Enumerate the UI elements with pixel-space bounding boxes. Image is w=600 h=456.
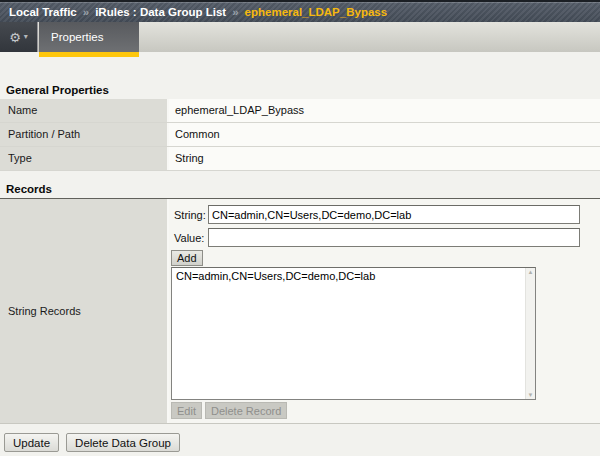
string-field-row: String:: [174, 205, 580, 224]
row-label-type: Type: [0, 147, 169, 170]
gear-icon: ⚙: [9, 31, 21, 44]
general-properties-table: Name ephemeral_LDAP_Bypass Partition / P…: [0, 99, 600, 171]
listbox-scrollbar[interactable]: ▲ ▼: [525, 268, 535, 399]
delete-record-button[interactable]: Delete Record: [205, 402, 287, 419]
scroll-up-icon[interactable]: ▲: [528, 269, 534, 275]
breadcrumb-separator: »: [232, 6, 238, 18]
gear-menu-button[interactable]: ⚙ ▾: [0, 22, 38, 52]
tab-properties[interactable]: Properties: [39, 22, 139, 57]
section-title-records: Records: [0, 183, 600, 200]
breadcrumb-item-irules-data-group-list[interactable]: iRules : Data Group List: [95, 6, 226, 18]
add-button[interactable]: Add: [171, 250, 203, 266]
row-label-name: Name: [0, 99, 169, 122]
breadcrumb-item-local-traffic[interactable]: Local Traffic: [9, 6, 77, 18]
delete-data-group-button[interactable]: Delete Data Group: [66, 433, 180, 452]
value-field-label: Value:: [174, 232, 208, 244]
breadcrumb-separator: »: [83, 6, 89, 18]
chevron-down-icon: ▾: [24, 33, 28, 41]
value-field-row: Value:: [174, 228, 580, 247]
breadcrumb: Local Traffic » iRules : Data Group List…: [0, 0, 600, 22]
string-records-label: String Records: [0, 199, 169, 423]
records-table: String Records String: Value: Add CN=adm…: [0, 199, 600, 424]
value-input[interactable]: [208, 228, 580, 247]
breadcrumb-item-current: ephemeral_LDAP_Bypass: [245, 6, 388, 18]
data-group-properties-page: Local Traffic » iRules : Data Group List…: [0, 0, 600, 456]
string-records-listbox[interactable]: CN=admin,CN=Users,DC=demo,DC=lab ▲ ▼: [171, 267, 536, 400]
table-row: Name ephemeral_LDAP_Bypass: [0, 99, 600, 123]
row-value-partition-path: Common: [169, 123, 600, 146]
record-actions: Edit Delete Record: [171, 402, 287, 419]
list-item[interactable]: CN=admin,CN=Users,DC=demo,DC=lab: [172, 268, 535, 284]
scroll-down-icon[interactable]: ▼: [528, 392, 534, 398]
row-value-type: String: [169, 147, 600, 170]
records-editor: String: Value: Add CN=admin,CN=Users,DC=…: [169, 199, 600, 423]
row-value-name: ephemeral_LDAP_Bypass: [169, 99, 600, 122]
tab-properties-label: Properties: [51, 31, 103, 43]
update-button[interactable]: Update: [4, 433, 59, 452]
table-row: Type String: [0, 147, 600, 171]
edit-button[interactable]: Edit: [171, 402, 202, 419]
string-input[interactable]: [208, 205, 580, 224]
row-label-partition-path: Partition / Path: [0, 123, 169, 146]
table-row: Partition / Path Common: [0, 123, 600, 147]
string-field-label: String:: [174, 209, 208, 221]
footer-actions: Update Delete Data Group: [4, 433, 180, 452]
